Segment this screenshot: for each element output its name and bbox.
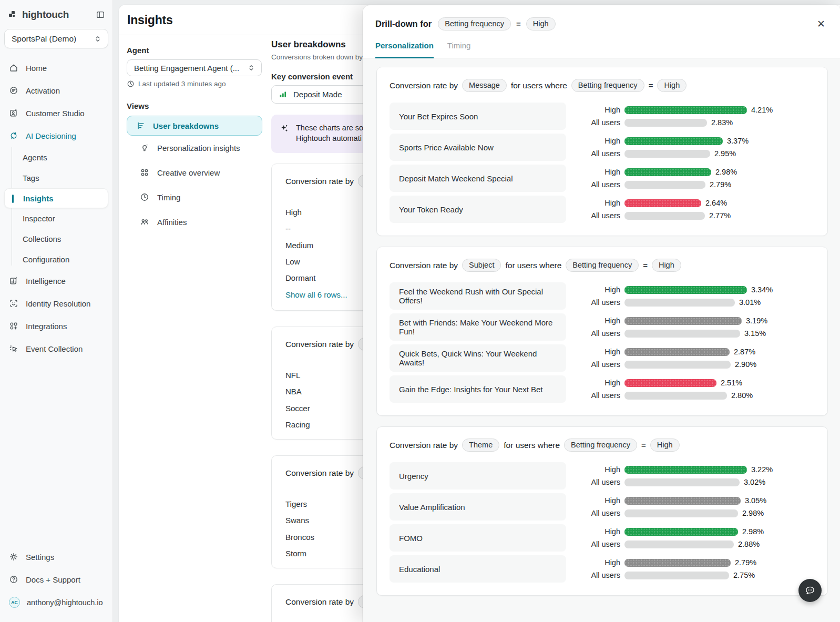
dimension-pill[interactable]: Message [462, 79, 507, 92]
bar [624, 150, 710, 158]
bar [624, 286, 747, 294]
chat-icon [804, 585, 816, 596]
sidebar-item-label: Integrations [26, 322, 67, 331]
chart-row: Your Bet Expires SoonHigh4.21%All users2… [390, 103, 815, 130]
clock-icon [127, 80, 135, 88]
chart-row: UrgencyHigh3.22%All users3.02% [390, 462, 815, 490]
sidebar-item-ai-decisioning[interactable]: AI Decisioning [0, 125, 112, 147]
bar [624, 212, 705, 220]
sidebar-item-home[interactable]: Home [0, 57, 112, 79]
sidebar-item-integrations[interactable]: Integrations [0, 315, 112, 338]
row-label: Value Amplification [390, 493, 566, 521]
chart-row: Deposit Match Weekend SpecialHigh2.98%Al… [390, 165, 815, 192]
card-title-middle: for users where [504, 441, 560, 450]
sidebar-item-inspector[interactable]: Inspector [0, 208, 112, 229]
activation-icon [9, 86, 19, 96]
drilldown-tabs: PersonalizationTiming [363, 30, 840, 58]
sidebar-item-anthony-hightouch-io[interactable]: ACanthony@hightouch.io [0, 591, 112, 614]
integrations-icon [9, 321, 19, 331]
bar-series-label: All users [583, 211, 620, 220]
home-icon [9, 63, 19, 73]
bar-value: 2.95% [714, 149, 736, 158]
view-item-creative-overview[interactable]: Creative overview [127, 160, 262, 185]
sidebar-item-label: Agents [23, 153, 47, 162]
bar [624, 199, 701, 207]
card-title-middle: for users where [505, 261, 561, 270]
sidebar-item-intelligence[interactable]: Intelligence [0, 270, 112, 292]
conversion-card-subject: Conversion rate bySubjectfor users where… [376, 247, 828, 416]
sidebar-item-collections[interactable]: Collections [0, 229, 112, 249]
filter-field-pill: Betting frequency [564, 439, 637, 452]
bar-chart-icon [279, 90, 288, 99]
event-collection-icon [9, 344, 19, 354]
sidebar-footer: SettingsDocs + SupportACanthony@hightouc… [0, 546, 112, 614]
filter-value-pill: High [650, 439, 680, 452]
chart-row: Value AmplificationHigh3.05%All users2.9… [390, 493, 815, 521]
bar [624, 559, 731, 567]
sparkles-icon [280, 124, 289, 145]
bar-series-label: All users [583, 149, 620, 158]
tab-personalization[interactable]: Personalization [375, 41, 434, 58]
view-item-label: Timing [157, 193, 180, 202]
dimension-pill[interactable]: Subject [462, 259, 501, 272]
sidebar-item-label: Home [26, 64, 47, 73]
equals-sign: = [516, 19, 521, 28]
bar-series-label: All users [583, 298, 620, 307]
bar-series-label: High [583, 106, 620, 114]
sidebar-item-configuration[interactable]: Configuration [0, 249, 112, 270]
breakdown-heading: User breakdowns [271, 39, 346, 50]
bar-series-label: High [583, 285, 620, 294]
close-icon[interactable]: ✕ [817, 19, 825, 29]
intelligence-icon [9, 276, 19, 286]
filter-field-pill: Betting frequency [571, 79, 644, 92]
last-updated-text: Last updated 3 minutes ago [138, 80, 226, 88]
view-item-personalization-insights[interactable]: Personalization insights [127, 136, 262, 160]
chevron-up-down-icon [247, 63, 256, 73]
bar-value: 2.98% [742, 527, 764, 536]
sidebar-item-activation[interactable]: Activation [0, 79, 112, 102]
card-title-middle: for users where [511, 81, 567, 90]
bar-value: 2.83% [711, 118, 733, 127]
bar-series-label: All users [583, 180, 620, 189]
bar-value: 2.75% [733, 571, 755, 579]
people-icon [140, 217, 150, 227]
bar-value: 2.79% [710, 180, 731, 189]
view-item-timing[interactable]: Timing [127, 185, 262, 210]
sidebar-item-customer-studio[interactable]: Customer Studio [0, 102, 112, 125]
bar [624, 528, 738, 536]
row-label: Your Bet Expires Soon [390, 103, 566, 130]
sidebar-item-settings[interactable]: Settings [0, 546, 112, 568]
workspace-selector[interactable]: SportsPal (Demo) [4, 29, 108, 48]
chart-row: FOMOHigh2.98%All users2.88% [390, 524, 815, 552]
identity-resolution-icon [9, 299, 19, 309]
logo-text: hightouch [22, 9, 69, 21]
sidebar-item-agents[interactable]: Agents [0, 147, 112, 168]
agent-select[interactable]: Betting Engagement Agent (... [127, 59, 262, 76]
sidebar: hightouch SportsPal (Demo) HomeActivatio… [0, 0, 113, 622]
sidebar-item-insights[interactable]: Insights [4, 188, 108, 208]
view-item-user-breakdowns[interactable]: User breakdowns [127, 116, 262, 136]
sidebar-item-event-collection[interactable]: Event Collection [0, 338, 112, 360]
conversion-card-theme: Conversion rate byThemefor users whereBe… [376, 426, 828, 596]
tab-timing[interactable]: Timing [447, 41, 470, 58]
sidebar-item-identity-resolution[interactable]: Identity Resolution [0, 292, 112, 315]
card-title: Conversion rate by [285, 597, 354, 607]
bar-value: 3.15% [744, 329, 766, 338]
bar [624, 106, 747, 114]
row-label: Your Token Ready [390, 196, 566, 223]
row-label: Urgency [390, 462, 566, 490]
row-label: Deposit Match Weekend Special [390, 165, 566, 192]
sidebar-collapse-icon[interactable] [96, 10, 105, 19]
bar-value: 3.05% [745, 496, 766, 505]
lightbulb-icon [140, 143, 150, 153]
sidebar-item-tags[interactable]: Tags [0, 168, 112, 188]
key-event-value: Deposit Made [293, 90, 342, 99]
logo-row: hightouch [0, 0, 112, 21]
bar [624, 572, 729, 579]
view-item-affinities[interactable]: Affinities [127, 210, 262, 234]
dimension-pill[interactable]: Theme [462, 439, 499, 452]
chat-button[interactable] [798, 579, 822, 602]
sidebar-item-docs-support[interactable]: Docs + Support [0, 568, 112, 591]
sidebar-nav: HomeActivationCustomer StudioAI Decision… [0, 57, 112, 360]
bar [624, 478, 740, 486]
